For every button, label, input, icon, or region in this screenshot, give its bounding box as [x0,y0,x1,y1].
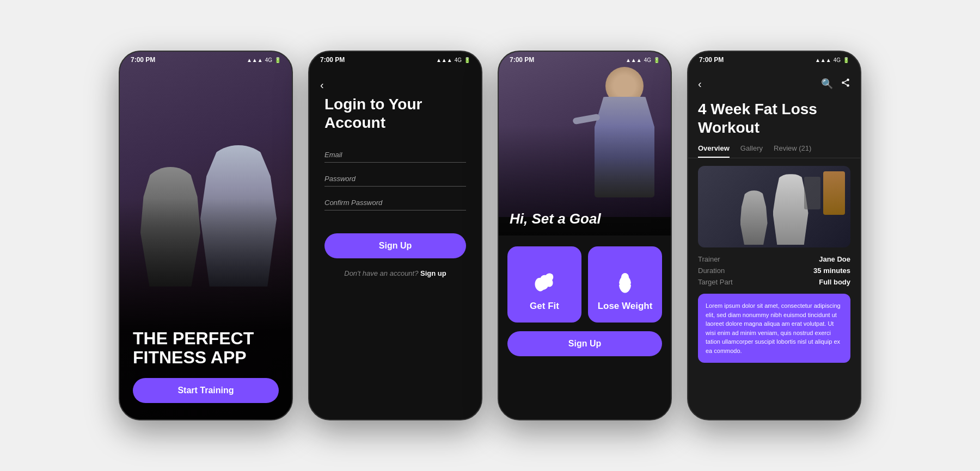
title-line1: THE PERFECT [133,329,254,348]
search-icon-4[interactable]: 🔍 [821,78,833,90]
signup-button-3[interactable]: Sign Up [507,331,662,356]
email-label: Email [324,151,466,159]
confirm-password-label: Confirm Password [324,199,466,207]
network-type-2: 4G [455,57,462,63]
trainer-figure-small [740,190,768,245]
equipment-bar-2 [804,177,820,209]
network-type-3: 4G [644,57,651,63]
tab-review[interactable]: Review (21) [774,144,811,158]
target-row: Target Part Full body [698,278,850,286]
goal-headline: Hi, Set a Goal [510,210,601,227]
signal-icon-4: ▲▲▲ [815,57,831,63]
trainer-figure-large [773,174,808,245]
back-button-2[interactable]: ‹ [320,79,324,91]
password-field-container: Password [324,175,466,187]
get-fit-card[interactable]: Get Fit [507,246,581,323]
duration-row: Duration 35 minutes [698,267,850,275]
battery-icon-4: 🔋 [843,57,849,63]
trainer-row: Trainer Jane Doe [698,255,850,263]
detail-tabs: Overview Gallery Review (21) [688,144,860,158]
nav-action-icons: 🔍 [821,78,850,90]
no-account-text: Don't have an account? Sign up [324,269,466,277]
duration-label: Duration [698,267,725,275]
back-button-4[interactable]: ‹ [698,78,702,90]
trainer-figures [740,174,808,247]
goal-top-overlay: Hi, Set a Goal [499,52,671,236]
svg-line-5 [844,83,847,85]
status-icons-1: ▲▲▲ 4G 🔋 [247,57,281,63]
trainer-value: Jane Doe [819,255,850,263]
welcome-content: THE PERFECT FITNESS APP Start Training [120,318,292,419]
status-bar-4: 7:00 PM ▲▲▲ 4G 🔋 [688,52,860,66]
equipment-bar [823,171,845,215]
password-label: Password [324,175,466,183]
get-fit-label: Get Fit [530,301,559,312]
password-underline [324,186,466,187]
network-type-4: 4G [834,57,841,63]
share-svg [841,78,850,88]
phone-login: 7:00 PM ▲▲▲ 4G 🔋 ‹ Login to Your Account… [308,51,482,420]
signal-icon-3: ▲▲▲ [626,57,642,63]
goal-content: Hi, Set a Goal Get Fit [499,52,671,419]
no-account-label: Don't have an account? [344,269,418,277]
title-line2: FITNESS APP [133,348,247,367]
phone-welcome: 7:00 PM ▲▲▲ 4G 🔋 THE PERFECT FITNESS APP… [119,51,293,420]
status-icons-3: ▲▲▲ 4G 🔋 [626,57,660,63]
tab-overview[interactable]: Overview [698,144,730,158]
trainer-label: Trainer [698,255,720,263]
status-icons-4: ▲▲▲ 4G 🔋 [815,57,849,63]
lose-weight-card[interactable]: Lose Weight [588,246,662,323]
detail-info-section: Trainer Jane Doe Duration 35 minutes Tar… [688,255,860,286]
status-time-2: 7:00 PM [320,56,345,64]
status-time-4: 7:00 PM [699,56,724,64]
detail-screen: ‹ 🔍 4 Week Fat Loss Workout Overview Gal… [688,52,860,419]
detail-workout-image [698,166,850,247]
signup-button-2[interactable]: Sign Up [324,233,466,258]
share-icon-4[interactable] [841,78,850,90]
phone-goal: 7:00 PM ▲▲▲ 4G 🔋 Hi, Set a Goal [498,51,672,420]
phone-detail: 7:00 PM ▲▲▲ 4G 🔋 ‹ 🔍 4 Week Fat [687,51,861,420]
svg-point-3 [842,82,844,84]
confirm-password-underline [324,210,466,210]
svg-line-6 [844,80,847,82]
signal-icon-2: ▲▲▲ [436,57,452,63]
svg-point-4 [847,84,849,87]
target-label: Target Part [698,278,733,286]
tab-gallery[interactable]: Gallery [740,144,763,158]
detail-description: Lorem ipsum dolor sit amet, consectetur … [698,294,850,363]
svg-point-2 [847,79,849,82]
status-bar-3: 7:00 PM ▲▲▲ 4G 🔋 [499,52,671,66]
signup-link[interactable]: Sign up [420,269,446,277]
target-value: Full body [819,278,850,286]
muscle-icon [531,269,558,296]
duration-value: 35 minutes [813,267,850,275]
login-title: Login to Your Account [324,95,466,132]
status-bar-2: 7:00 PM ▲▲▲ 4G 🔋 [309,52,481,66]
status-icons-2: ▲▲▲ 4G 🔋 [436,57,470,63]
detail-title: 4 Week Fat Loss Workout [688,96,860,144]
email-underline [324,162,466,163]
welcome-title: THE PERFECT FITNESS APP [133,329,279,367]
goal-cards-area: Get Fit Lose Weight [499,236,671,419]
confirm-password-field-container: Confirm Password [324,199,466,210]
status-time-3: 7:00 PM [510,56,534,64]
login-screen: ‹ Login to Your Account Email Password C… [309,52,481,419]
goal-cards-container: Get Fit Lose Weight [507,246,662,323]
network-type-1: 4G [265,57,272,63]
battery-icon-1: 🔋 [274,57,281,63]
start-training-button[interactable]: Start Training [133,378,279,403]
svg-point-1 [621,273,629,282]
email-field-container: Email [324,151,466,163]
weight-loss-icon [611,269,639,296]
battery-icon-3: 🔋 [653,57,660,63]
lose-weight-label: Lose Weight [598,301,653,312]
signal-icon-1: ▲▲▲ [247,57,263,63]
status-bar-1: 7:00 PM ▲▲▲ 4G 🔋 [120,52,292,66]
battery-icon-2: 🔋 [464,57,470,63]
status-time-1: 7:00 PM [131,56,155,64]
